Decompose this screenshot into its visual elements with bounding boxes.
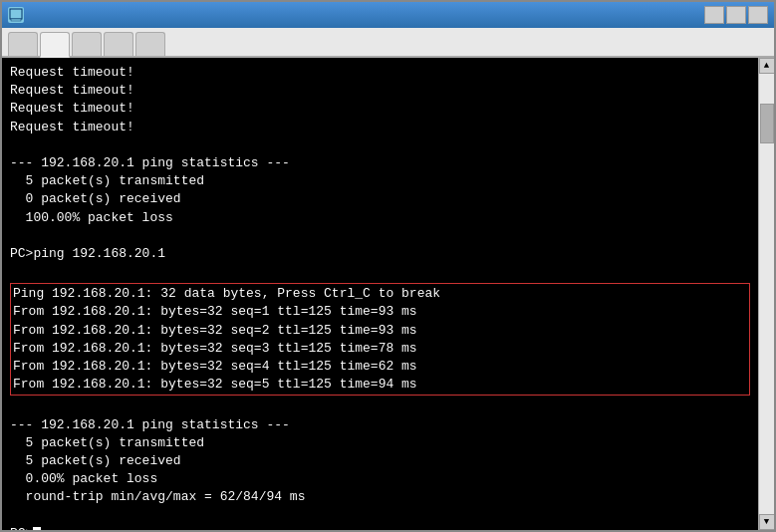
stats-line: round-trip min/avg/max = 62/84/94 ms: [10, 488, 750, 506]
svg-rect-0: [10, 9, 22, 19]
ping-result-line: From 192.168.20.1: bytes=32 seq=2 ttl=12…: [13, 322, 747, 340]
scrollbar-track: [759, 74, 774, 514]
tab-cmd[interactable]: [40, 32, 70, 58]
main-window: Request timeout! Request timeout! Reques…: [0, 0, 776, 532]
ping-result-line: From 192.168.20.1: bytes=32 seq=3 ttl=12…: [13, 340, 747, 358]
svg-rect-1: [11, 19, 21, 21]
ping-result-line: From 192.168.20.1: bytes=32 seq=5 ttl=12…: [13, 376, 747, 394]
command-prompt: PC>: [10, 525, 750, 530]
terminal-line: 100.00% packet loss: [10, 209, 750, 227]
ping-result-line: Ping 192.168.20.1: 32 data bytes, Press …: [13, 285, 747, 303]
close-button[interactable]: [748, 6, 768, 24]
terminal-line: [10, 263, 750, 281]
scrollbar[interactable]: ▲ ▼: [758, 58, 774, 530]
cursor: [33, 527, 41, 530]
scrollbar-thumb[interactable]: [760, 104, 774, 143]
window-icon: [8, 7, 24, 23]
tab-basic[interactable]: [8, 32, 38, 56]
terminal-line: Request timeout!: [10, 119, 750, 136]
minimize-button[interactable]: [704, 6, 724, 24]
terminal-line: Request timeout!: [10, 64, 750, 82]
ping-result-line: From 192.168.20.1: bytes=32 seq=1 ttl=12…: [13, 303, 747, 321]
terminal-line: 0 packet(s) received: [10, 190, 750, 208]
scrollbar-down[interactable]: ▼: [759, 514, 775, 530]
maximize-button[interactable]: [726, 6, 746, 24]
stats-line: 5 packet(s) transmitted: [10, 434, 750, 452]
tab-bar: [2, 28, 774, 58]
stats-line: [10, 398, 750, 415]
title-bar-left: [8, 7, 30, 23]
terminal-line: Request timeout!: [10, 82, 750, 100]
terminal-line: 5 packet(s) transmitted: [10, 172, 750, 190]
terminal-line: [10, 227, 750, 245]
title-controls: [704, 6, 768, 24]
title-bar: [2, 2, 774, 28]
terminal-line: [10, 136, 750, 154]
terminal[interactable]: Request timeout! Request timeout! Reques…: [2, 58, 758, 530]
stats-line: [10, 507, 750, 525]
scrollbar-up[interactable]: ▲: [759, 58, 775, 74]
ping-block: Ping 192.168.20.1: 32 data bytes, Press …: [10, 283, 750, 396]
tab-multicast[interactable]: [72, 32, 102, 56]
ping-result-line: From 192.168.20.1: bytes=32 seq=4 ttl=12…: [13, 358, 747, 376]
stats-line: 0.00% packet loss: [10, 470, 750, 488]
content-area: Request timeout! Request timeout! Reques…: [2, 58, 774, 530]
stats-line: --- 192.168.20.1 ping statistics ---: [10, 416, 750, 434]
tab-serial[interactable]: [135, 32, 165, 56]
stats-line: 5 packet(s) received: [10, 452, 750, 470]
tab-udp[interactable]: [104, 32, 133, 56]
terminal-line: --- 192.168.20.1 ping statistics ---: [10, 154, 750, 172]
terminal-line: PC>ping 192.168.20.1: [10, 245, 750, 263]
terminal-line: Request timeout!: [10, 100, 750, 118]
